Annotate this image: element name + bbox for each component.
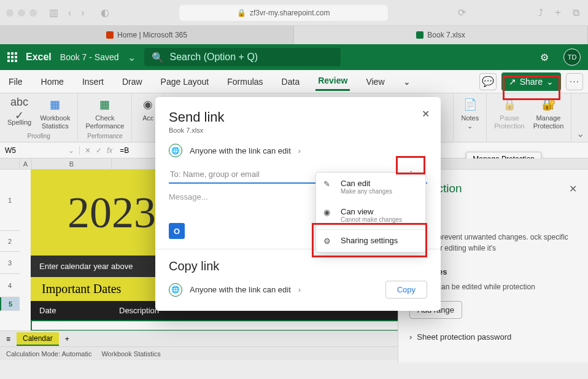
link-permissions-row[interactable]: 🌐 Anyone with the link can edit › <box>169 144 427 157</box>
tab-home365[interactable]: Home | Microsoft 365 <box>0 26 294 44</box>
col-header[interactable]: B <box>32 158 112 169</box>
select-all-corner[interactable] <box>0 158 20 170</box>
tab-insert[interactable]: Insert <box>80 73 106 90</box>
highlight-sharing-settings <box>312 223 427 257</box>
tab-view[interactable]: View <box>363 73 387 90</box>
group-proofing: Proofing <box>28 133 50 139</box>
spelling-button[interactable]: abc✓Spelling <box>4 96 35 131</box>
ribbon-collapse-icon[interactable]: ⌄ <box>576 128 584 139</box>
check-performance-button[interactable]: ▦Check Performance <box>82 96 128 131</box>
can-edit-option[interactable]: ✎ Can editMake any changes <box>316 173 425 201</box>
pause-protection-button: 🔒Pause Protection <box>490 96 528 131</box>
sheet-password-row[interactable]: ›Sheet protection password <box>409 332 577 342</box>
highlight-share <box>503 76 560 100</box>
share-icon[interactable]: ⤴ <box>536 7 546 18</box>
col-header[interactable]: A <box>20 158 32 169</box>
sheet-tab-calendar[interactable]: Calendar <box>17 332 59 346</box>
doc-name[interactable]: Book 7 - Saved <box>60 52 119 62</box>
add-sheet-button[interactable]: + <box>65 335 69 343</box>
more-button[interactable]: ··· <box>566 73 583 90</box>
new-tab-icon[interactable]: ＋ <box>551 6 565 19</box>
reload-icon[interactable]: ⟳ <box>455 7 468 18</box>
tab-page-layout[interactable]: Page Layout <box>158 73 212 90</box>
selected-row[interactable] <box>31 320 399 330</box>
tab-home[interactable]: Home <box>39 73 66 90</box>
browser-toolbar: ▥ ‹ › ◐ 🔒 zf3vr-my.sharepoint.com ⟳ ⤴ ＋ … <box>0 0 588 26</box>
cancel-icon[interactable]: ✕ <box>85 146 91 155</box>
back-icon[interactable]: ‹ <box>66 7 74 18</box>
app-launcher-icon[interactable] <box>7 52 17 62</box>
chevron-right-icon: › <box>298 146 301 155</box>
tab-book7[interactable]: Book 7.xlsx <box>294 26 588 44</box>
window-controls <box>6 9 37 17</box>
tab-file[interactable]: File <box>6 73 25 90</box>
date-column-header: Date <box>31 301 110 320</box>
calc-mode[interactable]: Calculation Mode: Automatic <box>6 350 91 358</box>
search-icon: 🔍 <box>152 52 164 63</box>
row-header[interactable]: 2 <box>0 231 20 252</box>
comments-button[interactable]: 💬 <box>479 73 497 90</box>
tab-formulas[interactable]: Formulas <box>225 73 265 90</box>
browser-tabs: Home | Microsoft 365 Book 7.xlsx <box>0 26 588 44</box>
tabs-icon[interactable]: ⧉ <box>570 7 582 18</box>
sheet-menu-icon[interactable]: ≡ <box>6 335 10 343</box>
row-header[interactable]: 1 <box>0 170 20 231</box>
address-bar[interactable]: 🔒 zf3vr-my.sharepoint.com <box>179 5 388 21</box>
notes-button[interactable]: 📄Notes⌄ <box>457 96 482 131</box>
globe-icon: 🌐 <box>169 144 182 157</box>
search-placeholder: Search (Option + Q) <box>170 52 258 63</box>
enter-icon[interactable]: ✓ <box>96 146 102 155</box>
globe-icon: 🌐 <box>169 283 182 297</box>
shield-icon[interactable]: ◐ <box>98 7 112 18</box>
formula-input[interactable]: =B <box>117 146 129 155</box>
chevron-down-icon: ⌄ <box>467 122 473 130</box>
tab-data[interactable]: Data <box>279 73 303 90</box>
dialog-title: Send link <box>169 109 427 125</box>
highlight-pen-dropdown <box>396 156 425 174</box>
avatar[interactable]: TD <box>563 49 581 66</box>
settings-icon[interactable]: ⚙ <box>540 52 549 63</box>
group-performance: Performance <box>87 133 122 139</box>
close-icon[interactable]: ✕ <box>569 183 577 195</box>
name-box[interactable]: W5⌄ <box>0 146 80 155</box>
row-header[interactable]: 3 <box>0 252 20 274</box>
copy-link-title: Copy link <box>169 259 427 273</box>
eye-icon: ◉ <box>323 208 335 217</box>
app-name: Excel <box>26 52 52 63</box>
copy-button[interactable]: Copy <box>385 281 427 299</box>
ribbon-tabs: File Home Insert Draw Page Layout Formul… <box>0 70 588 93</box>
app-title-bar: Excel Book 7 - Saved ⌄ 🔍 Search (Option … <box>0 44 588 70</box>
sidebar-toggle-icon[interactable]: ▥ <box>47 7 61 18</box>
copy-link-permissions-row[interactable]: 🌐 Anyone with the link can edit › <box>169 283 301 297</box>
chevron-down-icon: ⌄ <box>68 146 74 155</box>
url-text: zf3vr-my.sharepoint.com <box>250 9 330 17</box>
manage-protection-button[interactable]: 🔐Manage Protection <box>530 96 568 131</box>
row-header[interactable]: 5 <box>0 297 20 311</box>
workbook-stats-button[interactable]: ▦Workbook Statistics <box>36 96 74 131</box>
ribbon-expand-icon[interactable]: ⌄ <box>401 73 413 90</box>
tab-review[interactable]: Review <box>315 72 350 91</box>
chevron-right-icon: › <box>409 332 412 342</box>
close-icon[interactable]: ✕ <box>422 108 430 120</box>
forward-icon: › <box>79 7 87 18</box>
wb-stats-status[interactable]: Workbook Statistics <box>101 350 160 358</box>
pencil-icon: ✎ <box>323 179 335 189</box>
to-placeholder: To: Name, group or email <box>170 170 260 179</box>
chevron-right-icon: › <box>298 285 301 294</box>
row-header[interactable]: 4 <box>0 274 20 297</box>
search-input[interactable]: 🔍 Search (Option + Q) <box>144 48 341 66</box>
lock-icon: 🔒 <box>237 9 246 17</box>
fx-icon[interactable]: fx <box>107 146 112 155</box>
outlook-icon[interactable]: O <box>169 223 185 239</box>
tab-draw[interactable]: Draw <box>120 73 145 90</box>
doc-dropdown-icon[interactable]: ⌄ <box>128 52 136 63</box>
dialog-subtitle: Book 7.xlsx <box>169 127 427 134</box>
